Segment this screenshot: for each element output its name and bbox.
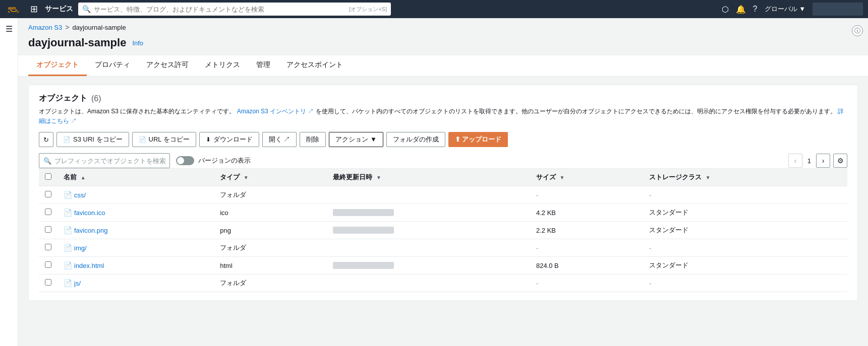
row-name-link-4[interactable]: 📄index.html bbox=[64, 262, 104, 269]
upload-button[interactable]: ⬆ アップロード bbox=[448, 132, 508, 147]
table-row: 📄favicon.pngpng2023-01-01 00:00:002.2 KB… bbox=[39, 222, 847, 239]
help-icon[interactable]: ? bbox=[753, 5, 758, 14]
row-modified-2: 2023-01-01 00:00:00 bbox=[327, 222, 530, 239]
region-selector[interactable]: グローバル ▼ bbox=[765, 5, 805, 14]
page-help-button[interactable]: ⓘ bbox=[852, 25, 863, 36]
copy-s3uri-label: S3 URI をコピー bbox=[73, 135, 123, 144]
download-button[interactable]: ⬇ ダウンロード bbox=[199, 132, 259, 147]
search-icon: 🔍 bbox=[43, 157, 51, 165]
tab-objects[interactable]: オブジェクト bbox=[28, 55, 87, 76]
create-folder-button[interactable]: フォルダの作成 bbox=[386, 132, 445, 147]
topnav-right-section: ⬡ 🔔 ? グローバル ▼ bbox=[722, 3, 863, 16]
version-toggle[interactable] bbox=[176, 156, 194, 165]
services-grid-icon[interactable]: ⊞ bbox=[28, 2, 40, 17]
breadcrumb-current: dayjournal-sample bbox=[72, 24, 126, 31]
row-type-0: フォルダ bbox=[214, 186, 327, 204]
row-size-3: - bbox=[530, 239, 643, 257]
row-name-link-3[interactable]: 📄img/ bbox=[64, 244, 87, 252]
terminal-icon[interactable]: ⬡ bbox=[722, 5, 729, 14]
row-checkbox-4[interactable] bbox=[45, 261, 51, 268]
file-icon-2: 📄 bbox=[64, 226, 72, 234]
actions-button[interactable]: アクション ▼ bbox=[329, 132, 383, 147]
svg-text:aws: aws bbox=[8, 6, 16, 11]
col-storage-class-label: ストレージクラス bbox=[649, 173, 702, 181]
search-toggle-pagination-row: 🔍 バージョンの表示 ‹ 1 › ⚙ bbox=[39, 153, 847, 168]
hamburger-menu[interactable]: ☰ bbox=[4, 22, 15, 36]
services-label[interactable]: サービス bbox=[45, 5, 73, 14]
col-last-modified-sort-icon: ▼ bbox=[376, 175, 381, 180]
objects-description: オブジェクトは、Amazon S3 に保存された基本的なエンティティです。 Am… bbox=[39, 107, 847, 126]
col-last-modified[interactable]: 最終更新日時 ▼ bbox=[327, 169, 530, 186]
objects-count: (6) bbox=[91, 94, 101, 103]
row-storage-class-5: - bbox=[643, 274, 847, 292]
desc-text-2: を使用して、バケット内のすべてのオブジェクトのリストを取得できます。他のユーザー… bbox=[316, 108, 836, 115]
upload-label: ⬆ アップロード bbox=[455, 135, 502, 144]
row-name-link-5[interactable]: 📄js/ bbox=[64, 280, 81, 287]
copy-s3uri-icon: 📄 bbox=[63, 136, 71, 143]
version-toggle-row: バージョンの表示 bbox=[176, 156, 251, 165]
search-shortcut: [オプション+S] bbox=[349, 6, 387, 13]
row-checkbox-5[interactable] bbox=[45, 279, 51, 286]
search-input[interactable] bbox=[94, 6, 346, 13]
tab-management[interactable]: 管理 bbox=[248, 55, 278, 76]
tab-bar: オブジェクト プロパティ アクセス許可 メトリクス 管理 アクセスポイント bbox=[18, 55, 868, 77]
select-all-checkbox[interactable] bbox=[45, 173, 51, 180]
copy-url-button[interactable]: 📄 URL をコピー bbox=[132, 132, 196, 147]
object-search-input[interactable] bbox=[54, 157, 165, 165]
col-storage-class[interactable]: ストレージクラス ▼ bbox=[643, 169, 847, 186]
open-label: 開く ↗ bbox=[269, 135, 291, 144]
aws-logo[interactable]: aws bbox=[5, 0, 23, 18]
current-page: 1 bbox=[805, 157, 813, 165]
row-checkbox-3[interactable] bbox=[45, 244, 51, 250]
row-storage-class-1: スタンダード bbox=[643, 204, 847, 222]
tab-metrics[interactable]: メトリクス bbox=[197, 55, 248, 76]
row-size-1: 4.2 KB bbox=[530, 204, 643, 222]
inventory-link[interactable]: Amazon S3 インベントリ ↗ bbox=[237, 108, 314, 115]
row-size-4: 824.0 B bbox=[530, 257, 643, 274]
row-name-link-1[interactable]: 📄favicon.ico bbox=[64, 209, 105, 217]
notifications-icon[interactable]: 🔔 bbox=[736, 5, 746, 14]
row-type-1: ico bbox=[214, 204, 327, 222]
refresh-button[interactable]: ↻ bbox=[39, 132, 53, 147]
col-size[interactable]: サイズ ▼ bbox=[530, 169, 643, 186]
pagination-settings-button[interactable]: ⚙ bbox=[833, 154, 847, 168]
page-header: dayjournal-sample Info bbox=[18, 34, 868, 55]
next-page-button[interactable]: › bbox=[816, 154, 830, 168]
tab-access[interactable]: アクセス許可 bbox=[138, 55, 197, 76]
select-all-col bbox=[39, 169, 57, 186]
prev-page-button[interactable]: ‹ bbox=[788, 154, 802, 168]
row-type-5: フォルダ bbox=[214, 274, 327, 292]
row-checkbox-2[interactable] bbox=[45, 226, 51, 233]
table-row: 📄favicon.icoico2023-01-01 00:00:004.2 KB… bbox=[39, 204, 847, 222]
table-row: 📄index.htmlhtml2023-01-01 00:00:00824.0 … bbox=[39, 257, 847, 274]
account-menu[interactable] bbox=[813, 3, 863, 16]
col-name-sort-icon: ▲ bbox=[81, 175, 86, 180]
actions-label: アクション ▼ bbox=[335, 135, 376, 144]
tab-properties[interactable]: プロパティ bbox=[87, 55, 138, 76]
row-checkbox-0[interactable] bbox=[45, 191, 51, 197]
row-storage-class-2: スタンダード bbox=[643, 222, 847, 239]
col-type[interactable]: タイプ ▼ bbox=[214, 169, 327, 186]
open-button[interactable]: 開く ↗ bbox=[262, 132, 297, 147]
info-badge[interactable]: Info bbox=[132, 39, 143, 47]
objects-toolbar: ↻ 📄 S3 URI をコピー 📄 URL をコピー ⬇ ダウンロード 開 bbox=[39, 132, 847, 147]
global-search-box[interactable]: 🔍 [オプション+S] bbox=[78, 3, 391, 16]
objects-panel: オブジェクト (6) オブジェクトは、Amazon S3 に保存された基本的なエ… bbox=[28, 85, 858, 301]
copy-s3uri-button[interactable]: 📄 S3 URI をコピー bbox=[56, 132, 129, 147]
row-name-link-2[interactable]: 📄favicon.png bbox=[64, 227, 108, 234]
col-name[interactable]: 名前 ▲ bbox=[57, 169, 214, 186]
col-type-label: タイプ bbox=[220, 173, 240, 181]
version-toggle-label: バージョンの表示 bbox=[198, 156, 251, 165]
file-icon-5: 📄 bbox=[64, 279, 72, 287]
row-name-link-0[interactable]: 📄css/ bbox=[64, 191, 86, 199]
row-checkbox-1[interactable] bbox=[45, 209, 51, 215]
create-folder-label: フォルダの作成 bbox=[393, 135, 439, 144]
side-navigation: ☰ bbox=[0, 18, 18, 346]
object-search-box[interactable]: 🔍 bbox=[39, 153, 170, 168]
top-navigation: aws ⊞ サービス 🔍 [オプション+S] ⬡ 🔔 ? グローバル ▼ bbox=[0, 0, 868, 18]
breadcrumb-s3-link[interactable]: Amazon S3 bbox=[28, 24, 62, 31]
search-icon: 🔍 bbox=[82, 5, 91, 13]
content-area: オブジェクト (6) オブジェクトは、Amazon S3 に保存された基本的なエ… bbox=[18, 77, 868, 309]
delete-button[interactable]: 削除 bbox=[300, 132, 326, 147]
tab-access-points[interactable]: アクセスポイント bbox=[278, 55, 351, 76]
